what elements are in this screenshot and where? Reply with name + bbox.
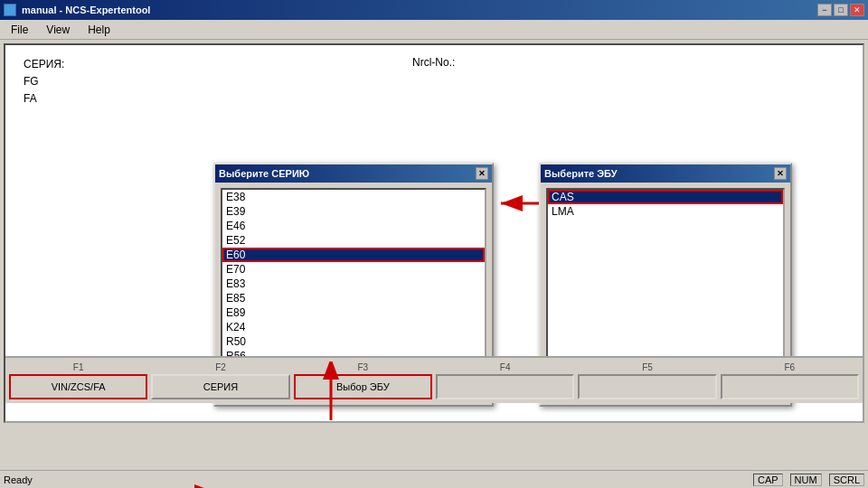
fn-key-group-f1: F1 VIN/ZCS/FA — [9, 362, 147, 399]
list-item[interactable]: E39 — [222, 204, 485, 219]
dialog-seria-content: E38 E39 E46 E52 E60 E70 E83 E85 E89 K24 … — [215, 183, 492, 374]
fn-key-group-f4: F4 — [436, 362, 574, 399]
close-button[interactable]: ✕ — [850, 4, 864, 16]
menu-file[interactable]: File — [4, 22, 35, 38]
minimize-button[interactable]: − — [817, 4, 832, 16]
list-item[interactable]: R50 — [222, 334, 485, 349]
list-item-lma[interactable]: LMA — [548, 204, 783, 219]
menu-bar: File View Help — [0, 20, 868, 40]
nrcl-section: Nrcl-No.: — [412, 56, 455, 69]
nrcl-label: Nrcl-No.: — [412, 56, 455, 69]
cap-indicator: CAP — [753, 474, 783, 486]
fg-value: FG — [24, 75, 39, 88]
main-area: СЕРИЯ: FG FA Nrcl-No.: Выберите СЕРИЮ ✕ … — [4, 43, 864, 423]
dialog-ebu-titlebar[interactable]: Выберите ЭБУ ✕ — [541, 164, 790, 183]
title-bar: manual - NCS-Expertentool − □ ✕ — [0, 0, 868, 20]
dialog-seria-title: Выберите СЕРИЮ — [219, 168, 309, 179]
status-indicators: CAP NUM SCRL — [753, 474, 864, 486]
dialog-ebu-close[interactable]: ✕ — [774, 167, 787, 180]
fg-row: FG — [24, 73, 844, 90]
status-text: Ready — [4, 474, 753, 485]
fn-key-group-f2: F2 СЕРИЯ — [151, 362, 289, 399]
f3-button[interactable]: Выбор ЭБУ — [294, 374, 432, 399]
list-item[interactable]: E70 — [222, 262, 485, 277]
f4-button[interactable] — [436, 374, 574, 399]
list-item[interactable]: K24 — [222, 320, 485, 334]
fa-value: FA — [24, 92, 37, 105]
seria-label: СЕРИЯ: — [24, 58, 64, 70]
num-indicator: NUM — [790, 474, 822, 486]
ebu-listbox[interactable]: CAS LMA — [546, 188, 785, 369]
list-item[interactable]: E85 — [222, 291, 485, 305]
dialog-ebu-title: Выберите ЭБУ — [544, 168, 618, 179]
list-item[interactable]: E83 — [222, 277, 485, 291]
dialog-ebu-content: CAS LMA — [541, 183, 790, 374]
maximize-button[interactable]: □ — [834, 4, 848, 16]
list-item[interactable]: E46 — [222, 219, 485, 233]
menu-view[interactable]: View — [39, 22, 77, 38]
app-icon — [4, 4, 16, 16]
fn-toolbar: F1 VIN/ZCS/FA F2 СЕРИЯ F3 Выбор ЭБУ F4 F… — [5, 356, 863, 403]
fn-key-group-f3: F3 Выбор ЭБУ — [294, 362, 432, 399]
fa-row: FA — [24, 90, 844, 108]
f6-button[interactable] — [721, 374, 859, 399]
status-bar: Ready CAP NUM SCRL — [0, 470, 868, 488]
f1-label: F1 — [73, 362, 84, 372]
list-item[interactable]: E52 — [222, 233, 485, 248]
f1-button[interactable]: VIN/ZCS/FA — [9, 374, 147, 399]
list-item-cas[interactable]: CAS — [548, 190, 783, 204]
f2-button[interactable]: СЕРИЯ — [151, 374, 289, 399]
fn-key-group-f5: F5 — [578, 362, 716, 399]
list-item[interactable]: E89 — [222, 305, 485, 320]
scrl-indicator: SCRL — [829, 474, 864, 486]
fn-key-group-f6: F6 — [721, 362, 859, 399]
window-title: manual - NCS-Expertentool — [22, 5, 150, 15]
list-item-e60[interactable]: E60 — [222, 248, 485, 262]
dialog-seria-titlebar[interactable]: Выберите СЕРИЮ ✕ — [215, 164, 492, 183]
f6-label: F6 — [784, 362, 795, 372]
window-controls: − □ ✕ — [817, 4, 864, 16]
f5-label: F5 — [642, 362, 653, 372]
f5-button[interactable] — [578, 374, 716, 399]
f4-label: F4 — [500, 362, 511, 372]
list-item[interactable]: E38 — [222, 190, 485, 204]
dialog-seria-close[interactable]: ✕ — [476, 167, 488, 180]
f3-label: F3 — [357, 362, 368, 372]
seria-listbox[interactable]: E38 E39 E46 E52 E60 E70 E83 E85 E89 K24 … — [221, 188, 486, 369]
f2-label: F2 — [215, 362, 226, 372]
menu-help[interactable]: Help — [80, 22, 118, 38]
